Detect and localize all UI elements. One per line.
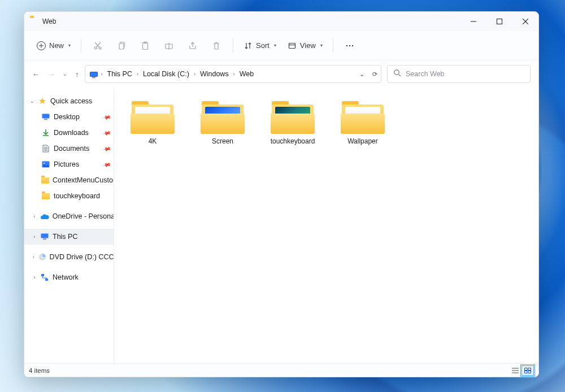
svg-point-14: [352, 45, 353, 46]
back-button[interactable]: ←: [32, 70, 40, 79]
view-button-label: View: [300, 41, 316, 50]
new-button[interactable]: New ▾: [32, 36, 75, 55]
sidebar-item-label: Downloads: [54, 129, 89, 137]
view-icon: [288, 41, 297, 50]
share-button[interactable]: [182, 36, 203, 55]
minimize-button[interactable]: [460, 12, 486, 31]
breadcrumb-separator[interactable]: ›: [193, 71, 197, 77]
details-view-button[interactable]: [509, 365, 521, 376]
pin-icon: 📌: [102, 160, 111, 169]
maximize-button[interactable]: [486, 12, 512, 31]
folder-tile[interactable]: 4K: [118, 98, 188, 159]
pictures-icon: [41, 160, 50, 169]
breadcrumb-item[interactable]: Web: [238, 70, 255, 78]
sidebar-item-onedrive[interactable]: › OneDrive - Personal: [24, 208, 114, 224]
copy-button[interactable]: [111, 36, 132, 55]
navigation-pane: ⌄ Quick access Desktop 📌 Downloads 📌 Doc…: [24, 88, 114, 363]
delete-button[interactable]: [206, 36, 227, 55]
sidebar-item-desktop[interactable]: Desktop 📌: [24, 109, 114, 125]
toolbar-separator: [233, 39, 233, 53]
folder-label: Wallpaper: [347, 137, 378, 145]
chevron-down-icon: ▾: [320, 43, 323, 48]
breadcrumb-item[interactable]: Local Disk (C:): [142, 70, 190, 78]
thispc-icon: [90, 71, 98, 77]
folder-icon: [271, 101, 315, 134]
refresh-button[interactable]: ⟳: [372, 71, 377, 78]
titlebar[interactable]: Web: [24, 12, 538, 31]
folder-tile[interactable]: Wallpaper: [328, 98, 398, 159]
document-icon: [41, 144, 50, 153]
rename-button[interactable]: [158, 36, 180, 55]
folder-tile[interactable]: touchkeyboard: [258, 98, 328, 159]
recent-locations-button[interactable]: ⌄: [63, 71, 67, 77]
breadcrumb-item[interactable]: Windows: [199, 70, 230, 78]
svg-rect-19: [42, 114, 50, 119]
folder-tile[interactable]: Screen: [188, 98, 258, 159]
svg-rect-26: [41, 234, 49, 238]
view-mode-toggle: [509, 365, 534, 376]
folder-icon: [131, 101, 175, 134]
address-row: ← → ⌄ ↑ › This PC › Local Disk (C:) › Wi…: [24, 60, 538, 88]
toolbar-separator: [81, 39, 81, 53]
sidebar-item-folder[interactable]: ContextMenuCustomizer: [24, 172, 114, 188]
sidebar-item-dvd[interactable]: › DVD Drive (D:) CCCOMA_X64FRE: [24, 249, 114, 265]
breadcrumb-item[interactable]: This PC: [106, 70, 133, 78]
close-button[interactable]: [512, 12, 538, 31]
download-icon: [41, 128, 50, 137]
sort-icon: [244, 41, 253, 50]
sidebar-item-network[interactable]: › Network: [24, 269, 114, 285]
svg-line-18: [398, 74, 401, 76]
sidebar-item-documents[interactable]: Documents 📌: [24, 141, 114, 156]
address-dropdown-button[interactable]: ⌄: [359, 71, 364, 78]
pin-icon: 📌: [102, 112, 111, 121]
address-bar[interactable]: › This PC › Local Disk (C:) › Windows › …: [85, 65, 382, 83]
sidebar-item-folder[interactable]: touchkeyboard: [24, 188, 114, 204]
copy-icon: [117, 41, 126, 50]
sidebar-quick-access[interactable]: ⌄ Quick access: [24, 93, 114, 109]
chevron-right-icon[interactable]: ›: [32, 234, 37, 239]
folder-icon: [341, 101, 385, 134]
sidebar-item-this-pc[interactable]: › This PC: [24, 229, 114, 245]
sort-button-label: Sort: [256, 41, 270, 50]
thispc-icon: [40, 232, 49, 241]
paste-button[interactable]: [134, 36, 156, 55]
disc-icon: [38, 252, 46, 262]
up-button[interactable]: ↑: [75, 70, 79, 79]
pin-icon: 📌: [102, 128, 111, 137]
svg-point-13: [349, 45, 350, 46]
sidebar-item-pictures[interactable]: Pictures 📌: [24, 156, 114, 172]
chevron-down-icon: ▾: [274, 43, 276, 48]
folder-icon: [41, 176, 49, 185]
more-button[interactable]: [339, 36, 360, 55]
cut-button[interactable]: [87, 36, 108, 55]
breadcrumb-separator[interactable]: ›: [136, 71, 140, 77]
forward-button[interactable]: →: [47, 70, 55, 79]
view-button[interactable]: View ▾: [283, 36, 327, 55]
sort-button[interactable]: Sort ▾: [239, 36, 281, 55]
svg-rect-36: [528, 368, 531, 370]
chevron-down-icon: ▾: [68, 43, 71, 48]
folder-label: Screen: [212, 137, 233, 145]
chevron-right-icon[interactable]: ›: [32, 275, 37, 280]
breadcrumb-separator[interactable]: ›: [232, 71, 236, 77]
sidebar-item-label: Pictures: [54, 160, 79, 168]
chevron-right-icon[interactable]: ›: [32, 254, 35, 260]
breadcrumb-separator[interactable]: ›: [100, 71, 104, 77]
search-box[interactable]: [387, 65, 531, 83]
sidebar-item-downloads[interactable]: Downloads 📌: [24, 125, 114, 141]
sidebar-item-label: Desktop: [54, 113, 80, 121]
icons-view-button[interactable]: [521, 365, 534, 376]
chevron-down-icon[interactable]: ⌄: [30, 98, 34, 104]
search-input[interactable]: [406, 70, 524, 78]
file-explorer-window: Web New ▾ Sort ▾ V: [24, 11, 539, 377]
svg-rect-6: [119, 43, 124, 49]
svg-rect-1: [497, 19, 502, 24]
svg-rect-35: [525, 368, 528, 370]
svg-rect-10: [289, 43, 295, 48]
sidebar-item-label: DVD Drive (D:) CCCOMA_X64FRE: [50, 253, 114, 261]
chevron-right-icon[interactable]: ›: [32, 214, 37, 219]
svg-rect-37: [525, 371, 528, 373]
content-area[interactable]: 4K Screen touchkeyboard Wallpaper: [114, 88, 538, 363]
window-folder-icon: [30, 18, 39, 25]
new-button-label: New: [49, 41, 64, 50]
